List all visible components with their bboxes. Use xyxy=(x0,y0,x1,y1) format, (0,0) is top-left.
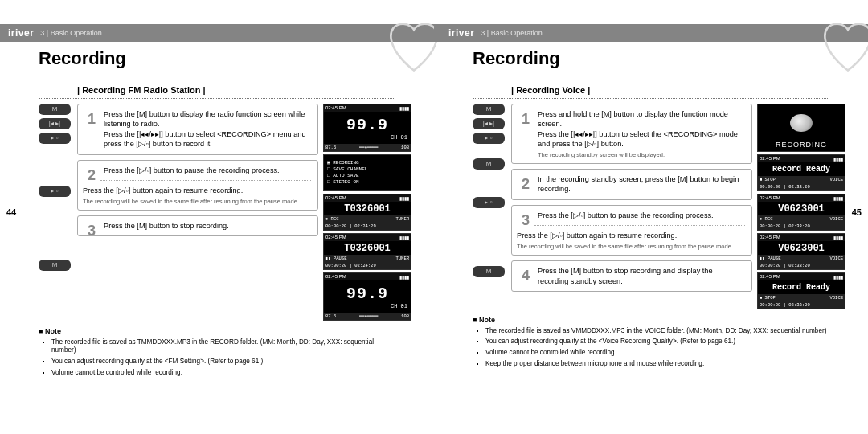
screenshots-column: 02:45 PM▮▮▮▮ 99.9CH 01 87.5━━●━━━━108 ▣ … xyxy=(323,104,411,321)
step-number: 1 xyxy=(83,109,100,129)
lcd-mode-label: RECORDING xyxy=(758,141,845,151)
lcd-menu-item: ▣ RECORDING xyxy=(327,160,359,166)
page-title: Recording xyxy=(0,42,434,77)
step-text: Press the [▷/▫] button again to resume r… xyxy=(517,231,745,240)
note-item: Volume cannot be controlled while record… xyxy=(485,349,828,358)
content-row: M |◂ ▸| ▸ ▫ M ▸ ▫ M 1 Press and hold the… xyxy=(434,104,868,309)
step-subtext: The recording standby screen will be dis… xyxy=(538,151,745,158)
section-title: | Recording Voice | xyxy=(473,85,828,99)
lcd-record-ready: 02:45 PM▮▮▮▮ Record Ready ■ STOPVOICE 00… xyxy=(757,272,845,309)
step-text: Press the [|◂◂/▸▸|] button to select <RE… xyxy=(104,129,311,149)
step-number: 4 xyxy=(517,266,534,285)
play-button-icon: ▸ ▫ xyxy=(39,133,71,144)
lcd-menu-item: □ STEREO ON xyxy=(327,179,359,186)
step-number: 3 xyxy=(517,211,534,230)
content-row: M |◂ ▸| ▸ ▫ ▸ ▫ M 1 Press the [M] button… xyxy=(0,104,434,321)
lcd-mode-recording: RECORDING xyxy=(757,104,845,152)
m-button-icon: M xyxy=(473,104,505,115)
lcd-menu-item: □ SAVE CHANNEL xyxy=(327,166,367,173)
lcd-radio: 02:45 PM▮▮▮▮ 99.9CH 01 87.5━━●━━━━108 xyxy=(323,272,411,321)
skip-button-icon: |◂ ▸| xyxy=(39,118,71,129)
step-text: Press and hold the [M] button to display… xyxy=(538,109,745,129)
brand-logo: iriver xyxy=(8,27,34,39)
button-icon-column: M |◂ ▸| ▸ ▫ ▸ ▫ M xyxy=(39,104,74,321)
note-item: The recorded file is saved as TMMDDXXX.M… xyxy=(51,338,394,355)
lcd-radio: 02:45 PM▮▮▮▮ 99.9CH 01 87.5━━●━━━━108 xyxy=(323,104,411,152)
page-number: 45 xyxy=(852,207,862,217)
step-subtext: The recording will be saved in the same … xyxy=(517,243,745,250)
note-item: Keep the proper distance between microph… xyxy=(485,360,828,369)
m-button-icon: M xyxy=(473,158,505,170)
screenshots-column: RECORDING 02:45 PM▮▮▮▮ Record Ready ■ ST… xyxy=(757,104,845,309)
lcd-menu: ▣ RECORDING □ SAVE CHANNEL □ AUTO SAVE □… xyxy=(323,154,411,191)
note-item: You can adjust recording quality at the … xyxy=(51,358,394,366)
page-title: Recording xyxy=(434,42,868,77)
play-button-icon: ▸ ▫ xyxy=(473,197,505,208)
note-heading: ■ Note xyxy=(39,327,394,337)
lcd-frequency: 99.9 xyxy=(346,116,388,134)
lcd-record-ready: 02:45 PM▮▮▮▮ Record Ready ■ STOPVOICE 00… xyxy=(757,154,845,191)
page-number: 44 xyxy=(6,207,16,217)
note-item: The recorded file is saved as VMMDDXXX.M… xyxy=(485,327,828,336)
lcd-battery-icon: ▮▮▮▮ xyxy=(399,105,409,111)
lcd-filename: V0623001 xyxy=(778,203,825,215)
breadcrumb: 3 | Basic Operation xyxy=(481,29,542,37)
brand-logo: iriver xyxy=(448,27,474,39)
page-spread: iriver 3 | Basic Operation Recording | R… xyxy=(0,0,868,434)
step-text: Press the [M] button to stop recording a… xyxy=(538,266,745,286)
step-number: 3 xyxy=(83,221,100,240)
note-box: ■ Note The recorded file is saved as VMM… xyxy=(473,316,828,368)
note-heading: ■ Note xyxy=(473,316,828,326)
note-item: Volume cannot be controlled while record… xyxy=(51,369,394,378)
play-button-icon: ▸ ▫ xyxy=(39,186,71,197)
lcd-channel: CH 01 xyxy=(391,134,411,141)
step-text: Press the [M] button to display the radi… xyxy=(104,109,311,129)
lcd-clock: 02:45 PM xyxy=(326,105,346,111)
lcd-recording: 02:45 PM▮▮▮▮ T0326001 ● RECTUNER 00:00:2… xyxy=(323,194,411,231)
breadcrumb: 3 | Basic Operation xyxy=(40,29,101,37)
step-text: Press the [|◂◂/▸▸|] button to select the… xyxy=(538,129,745,149)
step-number: 2 xyxy=(83,166,100,185)
section-title: | Recording FM Radio Station | xyxy=(39,85,394,99)
step-2: 2 Press the [▷/▫] button to pause the re… xyxy=(77,160,318,211)
step-1: 1 Press the [M] button to display the ra… xyxy=(77,104,318,155)
page-right: iriver 3 | Basic Operation Recording | R… xyxy=(434,0,868,434)
note-item: You can adjust recording quality at the … xyxy=(485,338,828,346)
m-button-icon: M xyxy=(39,104,71,115)
lcd-filename: T0326001 xyxy=(344,203,391,215)
lcd-paused: 02:45 PM▮▮▮▮ T0326001 ▮▮ PAUSETUNER 00:0… xyxy=(323,233,411,270)
step-2: 2 In the recording standby screen, press… xyxy=(511,169,752,200)
m-button-icon: M xyxy=(473,266,505,277)
m-button-icon: M xyxy=(39,260,71,271)
step-number: 2 xyxy=(517,174,534,194)
step-text: Press the [M] button to stop recording. xyxy=(104,221,311,231)
step-text: In the recording standby screen, press t… xyxy=(538,174,745,194)
step-3: 3 Press the [▷/▫] button to pause the re… xyxy=(511,205,752,256)
button-icon-column: M |◂ ▸| ▸ ▫ M ▸ ▫ M xyxy=(473,104,508,309)
step-number: 1 xyxy=(517,109,534,129)
skip-button-icon: |◂ ▸| xyxy=(473,118,505,129)
steps-column: 1 Press and hold the [M] button to displ… xyxy=(511,104,752,309)
play-button-icon: ▸ ▫ xyxy=(473,133,505,144)
step-subtext: The recording will be saved in the same … xyxy=(83,198,311,205)
step-text: Press the [▷/▫] button to pause the reco… xyxy=(104,166,311,175)
step-1: 1 Press and hold the [M] button to displ… xyxy=(511,104,752,164)
steps-column: 1 Press the [M] button to display the ra… xyxy=(77,104,318,321)
step-3: 3 Press the [M] button to stop recording… xyxy=(77,215,318,236)
lcd-paused: 02:45 PM▮▮▮▮ V0623001 ▮▮ PAUSEVOICE 00:0… xyxy=(757,233,845,270)
header-bar: iriver 3 | Basic Operation xyxy=(434,24,868,42)
header-bar: iriver 3 | Basic Operation xyxy=(0,24,434,42)
step-4: 4 Press the [M] button to stop recording… xyxy=(511,260,752,292)
lcd-status: Record Ready xyxy=(772,165,830,174)
lcd-menu-item: □ AUTO SAVE xyxy=(327,173,359,179)
lcd-recording: 02:45 PM▮▮▮▮ V0623001 ● RECVOICE 00:00:2… xyxy=(757,194,845,231)
note-box: ■ Note The recorded file is saved as TMM… xyxy=(39,327,394,377)
page-left: iriver 3 | Basic Operation Recording | R… xyxy=(0,0,434,434)
mouse-icon xyxy=(790,114,813,132)
step-text: Press the [▷/▫] button to pause the reco… xyxy=(538,211,745,220)
step-text: Press the [▷/▫] button again to resume r… xyxy=(83,186,311,195)
